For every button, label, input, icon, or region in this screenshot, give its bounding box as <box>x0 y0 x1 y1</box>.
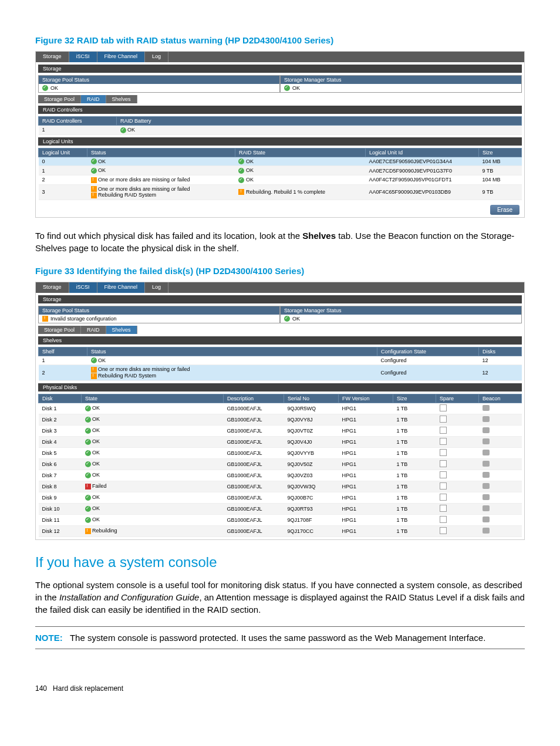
beacon-icon[interactable] <box>483 483 490 489</box>
table-row[interactable]: 1 OKConfigured12 <box>39 356 522 365</box>
beacon-icon[interactable] <box>483 472 490 478</box>
table-row[interactable]: Disk 7 OKGB1000EAFJL9QJ0VZ03HPG11 TB <box>39 470 522 481</box>
table-row[interactable]: Disk 11 OKGB1000EAFJL9QJ1708FHPG11 TB <box>39 514 522 525</box>
warn-icon <box>85 528 91 534</box>
beacon-icon[interactable] <box>483 517 490 522</box>
warn-icon <box>91 193 97 198</box>
spare-checkbox[interactable] <box>440 505 447 512</box>
table-row[interactable]: Disk 3 OKGB1000EAFJL9QJ0VT0ZHPG11 TB <box>39 425 522 436</box>
beacon-icon[interactable] <box>483 461 490 467</box>
spare-checkbox[interactable] <box>440 516 447 523</box>
tab-iscsi[interactable]: iSCSI <box>69 282 97 293</box>
tab-log[interactable]: Log <box>145 52 168 62</box>
pool-status-header: Storage Pool Status <box>39 306 279 315</box>
warn-icon <box>238 189 244 195</box>
body-paragraph-2: The optional system console is a useful … <box>35 579 525 616</box>
col-disks: Disks <box>479 347 522 356</box>
table-row[interactable]: 0 OK OKAA0E7CE5F90590J9EVP01G34A4104 MB <box>39 157 522 166</box>
logical-units-table: Logical Unit Status RAID State Logical U… <box>38 148 522 200</box>
subtab-storage-pool[interactable]: Storage Pool <box>38 326 81 334</box>
spare-checkbox[interactable] <box>440 471 447 478</box>
subtab-storage-pool[interactable]: Storage Pool <box>38 95 81 103</box>
tab-iscsi[interactable]: iSCSI <box>69 52 97 62</box>
storage-section-bar: Storage <box>38 65 522 73</box>
spare-checkbox[interactable] <box>440 427 447 434</box>
table-row[interactable]: Disk 1 OKGB1000EAFJL9QJ0R5WQHPG11 TB <box>39 403 522 414</box>
table-row[interactable]: 1 OK OKAA0E7CD5F90090J9EVP01G37F09 TB <box>39 166 522 175</box>
col-disk: Disk <box>39 394 82 403</box>
subtab-shelves[interactable]: Shelves <box>106 326 137 334</box>
subtab-raid[interactable]: RAID <box>81 95 106 103</box>
col-shelf: Shelf <box>39 347 87 356</box>
ok-icon <box>284 316 290 322</box>
ok-icon <box>85 439 91 445</box>
beacon-icon[interactable] <box>483 405 490 411</box>
ok-icon <box>238 168 244 174</box>
tab-storage[interactable]: Storage <box>36 282 69 293</box>
ok-icon <box>91 357 97 363</box>
beacon-icon[interactable] <box>483 505 490 511</box>
table-row[interactable]: 2 One or more disks are missing or faile… <box>39 365 522 380</box>
table-row[interactable]: Disk 12 RebuildingGB1000EAFJL9QJ170CCHPG… <box>39 525 522 536</box>
spare-checkbox[interactable] <box>440 527 447 534</box>
erase-button[interactable]: Erase <box>490 205 519 215</box>
section-heading: If you have a system console <box>35 554 525 571</box>
table-row[interactable]: Disk 2 OKGB1000EAFJL9QJ0VY8JHPG11 TB <box>39 414 522 425</box>
spare-checkbox[interactable] <box>440 482 447 490</box>
table-row[interactable]: Disk 10 OKGB1000EAFJL9QJ0RT93HPG11 TB <box>39 503 522 514</box>
beacon-icon[interactable] <box>483 528 490 534</box>
top-tabs: Storage iSCSI Fibre Channel Log <box>36 52 524 62</box>
table-row[interactable]: 3 One or more disks are missing or faile… <box>39 184 522 200</box>
beacon-icon[interactable] <box>483 416 490 422</box>
page-footer: 140 Hard disk replacement <box>35 684 525 693</box>
figure-33-title: Figure 33 Identifying the failed disk(s)… <box>35 266 525 276</box>
spare-checkbox[interactable] <box>440 438 447 445</box>
spare-checkbox[interactable] <box>440 404 447 411</box>
table-row[interactable]: Disk 5 OKGB1000EAFJL9QJ0VYYBHPG11 TB <box>39 447 522 458</box>
manager-status-value: OK <box>292 85 300 91</box>
col-description: Description <box>224 394 284 403</box>
table-row[interactable]: Disk 9 OKGB1000EAFJL9QJ00B7CHPG11 TB <box>39 492 522 503</box>
ok-icon <box>85 417 91 423</box>
beacon-icon[interactable] <box>483 427 490 433</box>
spare-checkbox[interactable] <box>440 460 447 467</box>
ok-icon <box>85 450 91 456</box>
ok-icon <box>42 85 48 91</box>
spare-checkbox[interactable] <box>440 494 447 501</box>
manager-status-value: OK <box>292 316 300 322</box>
tab-fibre[interactable]: Fibre Channel <box>97 52 146 62</box>
figure-33-screenshot: Storage iSCSI Fibre Channel Log Storage … <box>35 282 525 540</box>
tab-fibre[interactable]: Fibre Channel <box>97 282 146 293</box>
note-label: NOTE: <box>35 633 63 643</box>
warn-icon <box>42 316 48 322</box>
table-row[interactable]: Disk 6 OKGB1000EAFJL9QJ0V50ZHPG11 TB <box>39 458 522 470</box>
shelves-bar: Shelves <box>38 336 522 345</box>
body-paragraph-1: To find out which physical disk has fail… <box>35 229 525 254</box>
table-row[interactable]: 2 One or more disks are missing or faile… <box>39 175 522 184</box>
subtab-shelves[interactable]: Shelves <box>106 95 137 103</box>
shelves-table: Shelf Status Configuration State Disks 1… <box>38 347 522 381</box>
manager-status-header: Storage Manager Status <box>281 306 521 315</box>
spare-checkbox[interactable] <box>440 449 447 456</box>
col-raid-state: RAID State <box>235 148 365 157</box>
ok-icon <box>85 428 91 434</box>
figure-32-screenshot: Storage iSCSI Fibre Channel Log Storage … <box>35 51 525 218</box>
table-row[interactable]: Disk 4 OKGB1000EAFJL9QJ0V4J0HPG11 TB <box>39 436 522 447</box>
warn-icon <box>91 177 97 183</box>
tab-storage[interactable]: Storage <box>36 52 69 62</box>
spare-checkbox[interactable] <box>440 416 447 423</box>
tab-log[interactable]: Log <box>145 282 168 293</box>
page-section: Hard disk replacement <box>53 684 123 693</box>
beacon-icon[interactable] <box>483 450 490 455</box>
col-size: Size <box>479 148 522 157</box>
ok-icon <box>238 158 244 164</box>
col-spare: Spare <box>436 394 479 403</box>
ok-icon <box>91 168 97 174</box>
ok-icon <box>85 495 91 501</box>
beacon-icon[interactable] <box>483 438 490 444</box>
table-row[interactable]: Disk 8 FailedGB1000EAFJL9QJ0VW3QHPG11 TB <box>39 481 522 492</box>
col-logical-unit: Logical Unit <box>39 148 87 157</box>
beacon-icon[interactable] <box>483 494 490 500</box>
page-number: 140 <box>35 684 47 693</box>
subtab-raid[interactable]: RAID <box>81 326 106 334</box>
